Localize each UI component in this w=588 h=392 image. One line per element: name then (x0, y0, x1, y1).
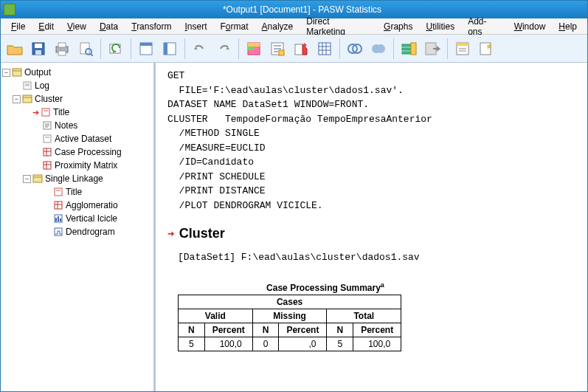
undo-button[interactable] (189, 38, 211, 60)
syntax-line: DATASET NAME DataSet1 WINDOW=FRONT. (167, 97, 575, 112)
th-percent: Percent (204, 323, 252, 337)
app-icon (4, 4, 15, 16)
svg-rect-49 (42, 109, 49, 116)
svg-rect-4 (58, 43, 66, 47)
syntax-line: GET (167, 69, 575, 83)
recall-dialog-button[interactable] (105, 38, 127, 60)
menu-file[interactable]: File (5, 20, 31, 33)
save-button[interactable] (27, 38, 49, 60)
open-button[interactable] (4, 38, 26, 60)
collapse-icon[interactable]: − (2, 69, 10, 77)
tree-single-linkage[interactable]: − Single Linkage (2, 172, 152, 185)
tree-label: Notes (55, 120, 77, 131)
menu-window[interactable]: Window (508, 20, 552, 33)
window-title: *Output1 [Document1] - PASW Statistics (20, 4, 584, 15)
section-arrow-icon: ➔ (167, 227, 175, 241)
svg-rect-11 (140, 43, 152, 46)
table-title: Case Processing Summarya (178, 281, 473, 293)
tree-sl-title[interactable]: Title (2, 185, 152, 199)
case-processing-summary-table[interactable]: Cases Valid Missing Total N Percent N Pe… (178, 295, 401, 351)
table-row: 5 100,0 0 ,0 5 100,0 (179, 337, 401, 351)
tree-proximity-matrix[interactable]: Proximity Matrix (2, 159, 152, 172)
doc-pane-button[interactable] (452, 38, 474, 60)
svg-point-31 (376, 44, 385, 53)
cluster-heading-row: ➔ Cluster (167, 226, 575, 241)
collapse-icon[interactable]: − (23, 175, 31, 183)
menu-graphs[interactable]: Graphs (378, 20, 418, 33)
menu-edit[interactable]: Edit (32, 20, 60, 33)
variables-button[interactable] (159, 38, 181, 60)
tree-label: Vertical Icicle (66, 213, 117, 224)
menubar: File Edit View Data Transform Insert For… (1, 18, 587, 35)
menu-utilities[interactable]: Utilities (420, 20, 460, 33)
menu-transform[interactable]: Transform (125, 20, 177, 33)
svg-rect-5 (58, 51, 66, 55)
menu-format[interactable]: Format (215, 20, 255, 33)
svg-rect-63 (33, 175, 42, 182)
th-percent: Percent (353, 323, 401, 337)
svg-rect-35 (411, 43, 416, 55)
tree-label: Output (24, 67, 51, 78)
tree-output[interactable]: − Output (2, 66, 152, 79)
paste-button[interactable] (290, 38, 312, 60)
print-preview-button[interactable] (75, 38, 97, 60)
table-header-total: Total (327, 309, 401, 323)
svg-rect-65 (55, 188, 62, 196)
tree-sl-vertical-icicle[interactable]: Vertical Icicle (2, 212, 152, 225)
tree-notes[interactable]: Notes (2, 119, 152, 132)
syntax-line: /PLOT DENDROGRAM VICICLE. (167, 199, 575, 213)
doc-star-button[interactable] (475, 38, 497, 60)
tree-label: Title (53, 107, 69, 117)
print-button[interactable] (51, 38, 73, 60)
tree-case-processing[interactable]: Case Processing (2, 145, 152, 159)
overlap-circles-icon[interactable] (344, 38, 366, 60)
select-cells-button[interactable] (243, 38, 265, 60)
insert-text-button[interactable] (266, 38, 288, 60)
tree-sl-agglomeration[interactable]: Agglomeratio (2, 199, 152, 212)
syntax-line: /MEASURE=EUCLID (167, 141, 575, 156)
spreadsheet-button[interactable] (314, 38, 336, 60)
svg-rect-57 (44, 148, 51, 156)
goto-data-button[interactable] (135, 38, 157, 60)
menu-view[interactable]: View (61, 20, 92, 33)
export-button[interactable] (421, 38, 443, 60)
bars-yellow-button[interactable] (398, 38, 420, 60)
menu-data[interactable]: Data (94, 20, 124, 33)
table-header-missing: Missing (252, 309, 327, 323)
tree-title[interactable]: ➔ Title (2, 106, 152, 119)
collapse-icon[interactable]: − (13, 95, 21, 103)
tree-sl-dendrogram[interactable]: Dendrogram (2, 225, 152, 238)
svg-rect-71 (55, 218, 57, 221)
table-header-valid: Valid (179, 309, 253, 323)
svg-rect-2 (35, 50, 41, 55)
svg-rect-67 (55, 202, 62, 209)
tree-label: Single Linkage (45, 173, 103, 184)
tree-label: Agglomeratio (66, 200, 118, 210)
outline-pane[interactable]: − Output Log − Cluster ➔ Title (1, 63, 156, 391)
tree-label: Active Dataset (55, 134, 111, 144)
tree-active-dataset[interactable]: Active Dataset (2, 132, 152, 145)
tree-log[interactable]: Log (2, 79, 152, 92)
syntax-line: CLUSTER TempodeFormação TempoEmpresaAnte… (167, 112, 575, 127)
toolbar (1, 35, 587, 63)
dataset-line: [DataSet1] F:\ead\aulas\cluster\dados1.s… (178, 250, 575, 265)
menu-insert[interactable]: Insert (179, 20, 212, 33)
menu-help[interactable]: Help (553, 20, 583, 33)
svg-rect-16 (248, 47, 254, 50)
filled-circles-icon[interactable] (367, 38, 390, 60)
svg-rect-23 (319, 43, 331, 55)
svg-rect-72 (58, 216, 59, 221)
tree-label: Proximity Matrix (55, 160, 117, 171)
menu-analyze[interactable]: Analyze (256, 20, 300, 33)
tree-cluster[interactable]: − Cluster (2, 92, 152, 106)
syntax-line: /ID=Candidato (167, 155, 575, 170)
tree-label: Dendrogram (66, 227, 115, 237)
syntax-line: /PRINT DISTANCE (167, 184, 575, 199)
svg-rect-13 (164, 43, 167, 55)
redo-button[interactable] (212, 38, 235, 60)
tree-label: Log (35, 80, 49, 91)
syntax-line: /PRINT SCHEDULE (167, 170, 575, 185)
tree-label: Cluster (35, 94, 63, 104)
svg-rect-42 (13, 69, 21, 76)
output-viewer[interactable]: GET FILE='F:\ead\aulas\cluster\dados1.sa… (156, 63, 587, 391)
